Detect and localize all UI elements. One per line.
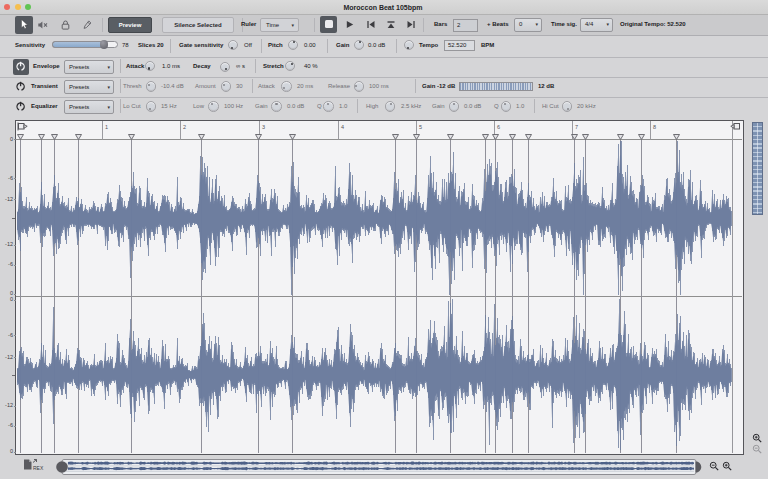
svg-text:8: 8 xyxy=(653,124,656,130)
svg-text:5: 5 xyxy=(419,124,422,130)
svg-text:6: 6 xyxy=(497,124,500,130)
svg-text:7: 7 xyxy=(575,124,578,130)
svg-text:3: 3 xyxy=(262,124,265,130)
svg-text:2: 2 xyxy=(183,124,186,130)
svg-text:4: 4 xyxy=(341,124,344,130)
svg-text:1: 1 xyxy=(105,124,108,130)
